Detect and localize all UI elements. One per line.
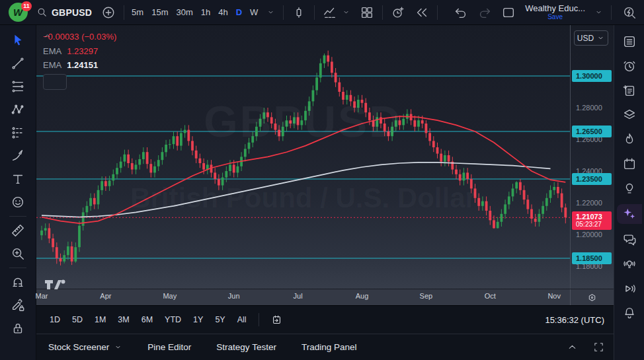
range-5d[interactable]: 5D — [67, 312, 88, 327]
chat-bubbles-icon — [622, 233, 637, 247]
timeframe-30m[interactable]: 30m — [172, 3, 196, 22]
bar-countdown: 05:23:27 — [576, 221, 612, 229]
level-price-label: 1.23500 — [572, 173, 612, 185]
drawing-mode-lock-button[interactable] — [7, 296, 29, 314]
range-3m[interactable]: 3M — [112, 312, 134, 327]
price-scale[interactable]: USD 1.280001.260001.240001.220001.200001… — [570, 25, 614, 289]
chart-settings-button[interactable] — [583, 291, 602, 304]
bar-replay-button[interactable] — [410, 3, 434, 22]
forecast-tool-button[interactable] — [7, 124, 29, 142]
save-label: Save — [547, 14, 563, 21]
layout-name-button[interactable]: Wealthy Educ... Save — [520, 3, 590, 22]
symbol-search-button[interactable]: GBPUSD — [32, 3, 97, 22]
lock-all-drawings-button[interactable] — [7, 319, 29, 338]
chat-button[interactable] — [618, 231, 641, 248]
range-1d[interactable]: 1D — [44, 312, 65, 327]
level-price-label: 1.18500 — [572, 252, 612, 264]
layout-grid-button[interactable] — [355, 3, 379, 22]
bottom-tab-trading-panel[interactable]: Trading Panel — [302, 342, 357, 352]
fullscreen-button[interactable] — [590, 338, 607, 357]
lock-icon — [11, 321, 25, 336]
text-tool-button[interactable] — [7, 170, 29, 188]
measure-tool-button[interactable] — [7, 221, 29, 240]
zoom-in-tool-button[interactable] — [7, 244, 29, 263]
range-all[interactable]: All — [232, 312, 252, 327]
emoji-tool-button[interactable] — [7, 193, 29, 211]
hotlists-button[interactable] — [618, 131, 641, 148]
account-menu-button[interactable]: W 11 — [4, 1, 32, 24]
timeframe-15m[interactable]: 15m — [147, 3, 172, 22]
range-toolbar: 1D5D1M3M6MYTD1Y5YAll 15:36:32 (UTC) — [36, 305, 614, 334]
watchlist-icon — [622, 34, 637, 49]
magnet-mode-button[interactable] — [7, 273, 29, 291]
cursor-tool-button[interactable] — [7, 31, 29, 50]
go-to-date-button[interactable] — [266, 312, 288, 328]
ema-slow-legend-row[interactable]: EMA 1.24151 — [43, 60, 116, 70]
notifications-button[interactable] — [618, 305, 641, 322]
timeframe-d[interactable]: D — [232, 3, 246, 22]
live-ideas-button[interactable] — [618, 256, 641, 273]
legend-collapse-button[interactable] — [43, 74, 67, 90]
timeframe-w[interactable]: W — [246, 3, 262, 22]
bottom-tab-pine-editor[interactable]: Pine Editor — [147, 342, 191, 352]
indicators-button[interactable] — [318, 3, 342, 22]
toolbar-divider — [437, 5, 438, 20]
toolbar-divider — [382, 5, 383, 20]
currency-toggle-button[interactable]: USD — [574, 30, 608, 46]
trend-line-tool-button[interactable] — [7, 54, 29, 73]
news-button[interactable] — [618, 82, 641, 99]
layout-box-icon — [501, 5, 516, 20]
toolbar-divider — [124, 5, 124, 20]
brush-tool-button[interactable] — [7, 147, 29, 165]
chevron-down-icon — [266, 8, 275, 17]
timeframe-menu-button[interactable] — [262, 3, 280, 22]
create-alert-button[interactable] — [386, 3, 410, 22]
ideas-button[interactable] — [618, 180, 641, 197]
ai-assistant-button[interactable] — [617, 204, 642, 224]
calendar-button[interactable] — [618, 155, 641, 172]
toolbar-divider — [314, 5, 315, 20]
watchlist-button[interactable] — [618, 33, 641, 50]
time-axis[interactable]: MarAprMayJunJulAugSepOctNov — [36, 289, 614, 305]
indicators-icon — [323, 5, 337, 20]
axis-month-label: Sep — [420, 292, 433, 300]
bottom-tab-label: Stock Screener — [48, 342, 109, 352]
axis-month-label: Oct — [485, 292, 496, 300]
chevron-down-icon — [114, 343, 122, 351]
chart-style-button[interactable] — [287, 3, 311, 22]
alerts-button[interactable] — [618, 57, 641, 75]
indicators-menu-button[interactable] — [342, 3, 355, 22]
object-tree-button[interactable] — [618, 106, 641, 124]
forecast-icon — [11, 126, 25, 140]
timeframe-5m[interactable]: 5m — [128, 3, 147, 22]
range-1y[interactable]: 1Y — [188, 312, 208, 327]
bottom-tab-label: Trading Panel — [302, 342, 357, 352]
bottom-tab-stock-screener[interactable]: Stock Screener — [48, 342, 122, 352]
ema-label: EMA — [43, 60, 61, 70]
quick-search-button[interactable] — [615, 3, 644, 22]
clock-label[interactable]: 15:36:32 (UTC) — [545, 315, 607, 325]
panel-expand-button[interactable] — [563, 338, 581, 357]
undo-button[interactable] — [449, 3, 473, 22]
bottom-tab-strategy-tester[interactable]: Strategy Tester — [216, 342, 276, 352]
top-toolbar: W 11 GBPUSD 5m15m30m1h4hDW Wealthy Educ.… — [0, 0, 644, 25]
save-layout-button[interactable] — [497, 3, 520, 22]
ema-fast-value: 1.23297 — [67, 46, 98, 56]
chart-area: GBPUSD British Pound / U.S. Dollar −0.00… — [36, 25, 614, 289]
compare-add-symbol-button[interactable] — [97, 3, 120, 22]
redo-button[interactable] — [473, 3, 497, 22]
ema-fast-legend-row[interactable]: EMA 1.23297 — [43, 46, 116, 56]
streams-button[interactable] — [618, 280, 641, 297]
range-6m[interactable]: 6M — [136, 312, 158, 327]
timeframe-1h[interactable]: 1h — [197, 3, 214, 22]
range-ytd[interactable]: YTD — [159, 312, 186, 327]
timeframe-4h[interactable]: 4h — [214, 3, 231, 22]
pattern-tool-button[interactable] — [7, 100, 29, 119]
range-5y[interactable]: 5Y — [210, 312, 230, 327]
smiley-icon — [11, 195, 25, 209]
range-1m[interactable]: 1M — [89, 312, 111, 327]
layout-menu-button[interactable] — [590, 3, 608, 22]
fib-retracement-tool-button[interactable] — [7, 77, 29, 96]
topbar-right-cluster: Wealthy Educ... Save — [449, 3, 644, 22]
axis-month-label: Mar — [36, 292, 48, 300]
